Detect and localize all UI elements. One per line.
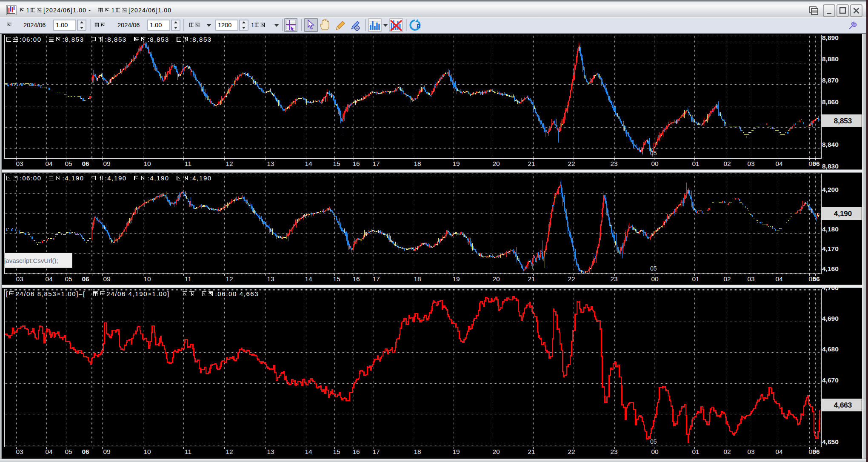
svg-text:04: 04 (45, 448, 53, 455)
svg-text:1: 1 (111, 7, 115, 14)
svg-text:17: 17 (372, 448, 380, 455)
svg-text::06:00: :06:00 (20, 36, 41, 43)
svg-text::4,190: :4,190 (190, 174, 212, 182)
svg-text:20: 20 (492, 160, 500, 167)
svg-text:13: 13 (267, 275, 274, 282)
svg-text:20: 20 (492, 448, 500, 455)
svg-text:8,880: 8,880 (822, 55, 839, 63)
svg-text:15: 15 (333, 275, 340, 282)
svg-text:[2024/06]1.00: [2024/06]1.00 (128, 7, 171, 14)
svg-text:09: 09 (103, 448, 110, 455)
svg-text:02: 02 (723, 160, 731, 167)
svg-text:19: 19 (452, 160, 460, 167)
svg-text:18: 18 (414, 160, 421, 167)
svg-text:15: 15 (333, 160, 340, 167)
svg-text:21: 21 (528, 160, 535, 167)
svg-text:01: 01 (692, 448, 699, 455)
svg-text:15: 15 (333, 448, 340, 455)
svg-text:10: 10 (143, 448, 151, 455)
svg-text:4,190: 4,190 (834, 210, 852, 218)
svg-text:8,870: 8,870 (822, 77, 839, 84)
svg-text::06:00: :06:00 (20, 174, 41, 182)
svg-text:1: 1 (251, 22, 254, 29)
svg-text:03: 03 (16, 160, 23, 167)
svg-text:14: 14 (305, 275, 312, 282)
svg-text:06: 06 (812, 160, 820, 167)
svg-text:23: 23 (610, 275, 617, 282)
svg-text:00: 00 (651, 275, 659, 282)
svg-text:4,690: 4,690 (822, 315, 839, 322)
svg-text::4,190: :4,190 (148, 174, 169, 182)
svg-text:R: R (417, 23, 421, 29)
svg-text:19: 19 (452, 275, 460, 282)
svg-text:1200: 1200 (218, 22, 231, 29)
svg-text:1.00: 1.00 (56, 22, 68, 29)
svg-text:01: 01 (692, 275, 699, 282)
svg-text:13: 13 (267, 448, 274, 455)
svg-text:05: 05 (650, 438, 657, 445)
svg-text:16: 16 (352, 160, 360, 167)
svg-text:2024/06: 2024/06 (23, 22, 46, 29)
svg-text::8,853: :8,853 (190, 36, 212, 43)
svg-text:8,830: 8,830 (822, 163, 839, 170)
svg-text:21: 21 (528, 275, 535, 282)
svg-text:19: 19 (452, 448, 460, 455)
svg-text:8,840: 8,840 (822, 141, 839, 148)
svg-text:4,180: 4,180 (822, 225, 839, 233)
svg-text:06: 06 (82, 275, 89, 282)
svg-text:03: 03 (16, 275, 23, 282)
svg-text:13: 13 (267, 160, 274, 167)
svg-text:4,663: 4,663 (834, 401, 852, 409)
svg-text:06: 06 (812, 275, 820, 282)
svg-text:11: 11 (185, 275, 191, 282)
svg-text:17: 17 (372, 275, 380, 282)
svg-text:02: 02 (723, 448, 731, 455)
svg-text:23: 23 (610, 160, 617, 167)
svg-text:11: 11 (185, 160, 191, 167)
svg-text:12: 12 (226, 448, 233, 455)
svg-text::8,853: :8,853 (148, 36, 169, 43)
svg-text:javascript:CsvUrl();: javascript:CsvUrl(); (4, 257, 58, 264)
svg-text:05: 05 (65, 160, 72, 167)
svg-text:18: 18 (414, 448, 421, 455)
svg-text::8,853: :8,853 (62, 36, 84, 43)
svg-text::4,190: :4,190 (62, 174, 84, 182)
svg-text:05: 05 (65, 448, 72, 455)
svg-text:21: 21 (528, 448, 535, 455)
svg-text:00: 00 (651, 160, 659, 167)
svg-text:4,650: 4,650 (822, 438, 839, 445)
svg-text:2024/06: 2024/06 (117, 22, 140, 29)
svg-text:14: 14 (305, 448, 312, 455)
svg-text:17: 17 (372, 160, 380, 167)
svg-text:06: 06 (812, 448, 820, 455)
svg-text:04: 04 (45, 160, 53, 167)
svg-text::4,190: :4,190 (105, 174, 127, 182)
svg-text:06: 06 (82, 448, 89, 455)
svg-text:09: 09 (103, 160, 110, 167)
svg-text::8,853: :8,853 (105, 36, 127, 43)
svg-text:14: 14 (305, 160, 312, 167)
svg-text:04: 04 (45, 275, 53, 282)
svg-text:4,680: 4,680 (822, 345, 839, 353)
svg-text:8,860: 8,860 (822, 98, 839, 106)
svg-text:10: 10 (143, 160, 151, 167)
svg-text:03: 03 (747, 448, 754, 455)
svg-text:4,670: 4,670 (822, 376, 839, 384)
svg-text:24/06 4,190×1.00]: 24/06 4,190×1.00] (106, 290, 170, 297)
svg-text:11: 11 (185, 448, 191, 455)
svg-text:1: 1 (26, 7, 30, 14)
svg-text:22: 22 (568, 160, 575, 167)
svg-text:4,170: 4,170 (822, 245, 839, 252)
svg-text:[: [ (6, 290, 9, 297)
svg-text:04: 04 (775, 448, 783, 455)
svg-text:04: 04 (775, 275, 783, 282)
svg-text:8,853: 8,853 (834, 117, 852, 125)
svg-text:04: 04 (775, 160, 783, 167)
svg-text:05: 05 (650, 265, 657, 272)
svg-text:05: 05 (650, 150, 657, 157)
svg-text:22: 22 (568, 275, 575, 282)
svg-text:05: 05 (65, 275, 72, 282)
svg-text:1.00: 1.00 (150, 22, 162, 29)
svg-text:03: 03 (747, 275, 754, 282)
svg-text:06: 06 (82, 160, 89, 167)
